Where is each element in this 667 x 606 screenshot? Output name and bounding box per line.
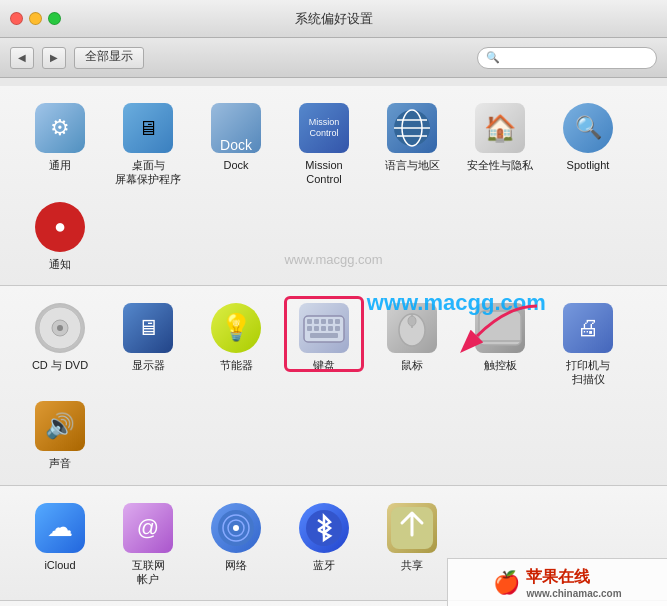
pref-item-dock[interactable]: Dock Dock xyxy=(192,94,280,193)
pref-item-energy[interactable]: 💡 节能器 xyxy=(192,294,280,393)
pref-item-mouse[interactable]: 鼠标 xyxy=(368,294,456,393)
bluetooth-icon xyxy=(298,502,350,554)
mouse-label: 鼠标 xyxy=(401,358,423,372)
pref-item-keyboard[interactable]: 键盘 xyxy=(280,294,368,393)
pref-item-cddvd[interactable]: CD 与 DVD xyxy=(16,294,104,393)
pref-item-share[interactable]: 共享 xyxy=(368,494,456,593)
svg-rect-23 xyxy=(479,311,521,345)
section-hardware: CD 与 DVD 🖥 显示器 💡 节能器 xyxy=(0,286,667,486)
desktop-icon: 🖥 xyxy=(122,102,174,154)
svg-rect-14 xyxy=(307,326,312,331)
chinamac-text: 苹果在线 www.chinamac.com xyxy=(526,567,621,599)
network-icon xyxy=(210,502,262,554)
svg-point-7 xyxy=(57,325,63,331)
energy-label: 节能器 xyxy=(220,358,253,372)
language-label: 语言与地区 xyxy=(385,158,440,172)
display-label: 显示器 xyxy=(132,358,165,372)
security-icon: 🏠 xyxy=(474,102,526,154)
dock-icon: Dock xyxy=(210,102,262,154)
keyboard-icon xyxy=(298,302,350,354)
share-icon xyxy=(386,502,438,554)
network-label: 网络 xyxy=(225,558,247,572)
internet-label: 互联网帐户 xyxy=(132,558,165,587)
mouse-icon xyxy=(386,302,438,354)
printer-icon: 🖨 xyxy=(562,302,614,354)
svg-rect-12 xyxy=(328,319,333,324)
back-button[interactable]: ◀ xyxy=(10,47,34,69)
close-button[interactable] xyxy=(10,12,23,25)
energy-icon: 💡 xyxy=(210,302,262,354)
personal-items-row: ⚙ 通用 🖥 桌面与屏幕保护程序 Dock Dock MissionContro… xyxy=(16,94,651,277)
main-content: ⚙ 通用 🖥 桌面与屏幕保护程序 Dock Dock MissionContro… xyxy=(0,78,667,606)
pref-item-notification[interactable]: ● 通知 xyxy=(16,193,104,277)
keyboard-label: 键盘 xyxy=(313,358,335,372)
pref-item-general[interactable]: ⚙ 通用 xyxy=(16,94,104,193)
share-label: 共享 xyxy=(401,558,423,572)
minimize-button[interactable] xyxy=(29,12,42,25)
svg-rect-11 xyxy=(321,319,326,324)
svg-rect-17 xyxy=(328,326,333,331)
search-box[interactable]: 🔍 xyxy=(477,47,657,69)
bluetooth-label: 蓝牙 xyxy=(313,558,335,572)
zoom-button[interactable] xyxy=(48,12,61,25)
pref-item-printer[interactable]: 🖨 打印机与扫描仪 xyxy=(544,294,632,393)
cddvd-label: CD 与 DVD xyxy=(32,358,88,372)
pref-item-icloud[interactable]: ☁ iCloud xyxy=(16,494,104,593)
svg-rect-9 xyxy=(307,319,312,324)
sound-icon: 🔊 xyxy=(34,400,86,452)
general-label: 通用 xyxy=(49,158,71,172)
svg-rect-19 xyxy=(310,333,338,338)
internet-icon: @ xyxy=(122,502,174,554)
language-icon xyxy=(386,102,438,154)
dock-label: Dock xyxy=(223,158,248,172)
desktop-label: 桌面与屏幕保护程序 xyxy=(115,158,181,187)
mission-label: MissionControl xyxy=(305,158,342,187)
svg-rect-13 xyxy=(335,319,340,324)
icloud-icon: ☁ xyxy=(34,502,86,554)
pref-item-bluetooth[interactable]: 蓝牙 xyxy=(280,494,368,593)
display-icon: 🖥 xyxy=(122,302,174,354)
toolbar: ◀ ▶ 全部显示 🔍 xyxy=(0,38,667,78)
svg-rect-18 xyxy=(335,326,340,331)
pref-item-language[interactable]: 语言与地区 xyxy=(368,94,456,193)
security-label: 安全性与隐私 xyxy=(467,158,533,172)
search-icon: 🔍 xyxy=(486,51,500,64)
section-personal: ⚙ 通用 🖥 桌面与屏幕保护程序 Dock Dock MissionContro… xyxy=(0,86,667,286)
pref-item-mission[interactable]: MissionControl MissionControl xyxy=(280,94,368,193)
cddvd-icon xyxy=(34,302,86,354)
svg-rect-10 xyxy=(314,319,319,324)
pref-item-spotlight[interactable]: 🔍 Spotlight xyxy=(544,94,632,193)
trackpad-label: 触控板 xyxy=(484,358,517,372)
svg-rect-16 xyxy=(321,326,326,331)
titlebar: 系统偏好设置 xyxy=(0,0,667,38)
svg-point-22 xyxy=(408,316,416,326)
pref-item-sound[interactable]: 🔊 声音 xyxy=(16,392,104,476)
printer-label: 打印机与扫描仪 xyxy=(566,358,610,387)
spotlight-label: Spotlight xyxy=(567,158,610,172)
svg-rect-15 xyxy=(314,326,319,331)
icloud-label: iCloud xyxy=(44,558,75,572)
notification-label: 通知 xyxy=(49,257,71,271)
branding-bar: 🍎 苹果在线 www.chinamac.com xyxy=(447,558,667,606)
search-input[interactable] xyxy=(504,52,648,64)
mission-icon: MissionControl xyxy=(298,102,350,154)
pref-item-display[interactable]: 🖥 显示器 xyxy=(104,294,192,393)
forward-button[interactable]: ▶ xyxy=(42,47,66,69)
apple-logo-icon: 🍎 xyxy=(493,570,520,596)
hardware-items-row: CD 与 DVD 🖥 显示器 💡 节能器 xyxy=(16,294,651,477)
branding-sub: www.chinamac.com xyxy=(526,588,621,599)
general-icon: ⚙ xyxy=(34,102,86,154)
pref-item-desktop[interactable]: 🖥 桌面与屏幕保护程序 xyxy=(104,94,192,193)
window-title: 系统偏好设置 xyxy=(295,10,373,28)
spotlight-icon: 🔍 xyxy=(562,102,614,154)
pref-item-security[interactable]: 🏠 安全性与隐私 xyxy=(456,94,544,193)
pref-item-trackpad[interactable]: 触控板 xyxy=(456,294,544,393)
traffic-lights xyxy=(10,12,61,25)
sound-label: 声音 xyxy=(49,456,71,470)
branding-main: 苹果在线 xyxy=(526,567,590,588)
trackpad-icon xyxy=(474,302,526,354)
svg-point-29 xyxy=(233,525,239,531)
show-all-button[interactable]: 全部显示 xyxy=(74,47,144,69)
pref-item-internet[interactable]: @ 互联网帐户 xyxy=(104,494,192,593)
pref-item-network[interactable]: 网络 xyxy=(192,494,280,593)
